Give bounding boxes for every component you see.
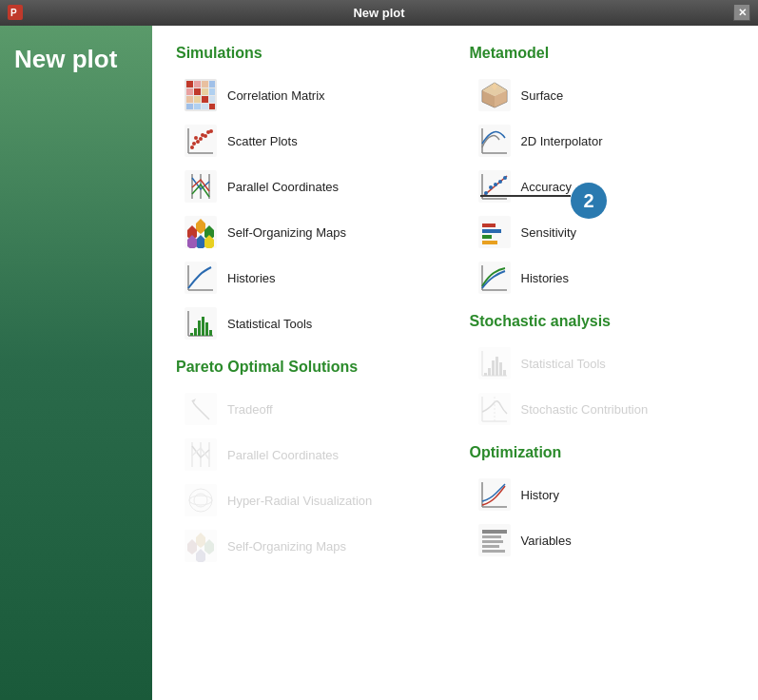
svg-rect-54 — [185, 393, 217, 425]
section-metamodel-title: Metamodel — [470, 45, 735, 62]
svg-rect-16 — [194, 104, 201, 109]
menu-item-parallel-coords[interactable]: Parallel Coordinates — [176, 165, 441, 208]
svg-rect-11 — [186, 96, 193, 103]
svg-rect-115 — [482, 550, 505, 553]
svg-rect-53 — [209, 330, 212, 336]
svg-point-82 — [489, 185, 493, 189]
som-pareto-label: Self-Organizing Maps — [227, 539, 346, 554]
svg-point-23 — [192, 142, 196, 146]
tradeoff-icon — [184, 392, 218, 426]
svg-point-26 — [199, 137, 203, 141]
history-opt-icon — [477, 477, 512, 512]
menu-item-histories-sim[interactable]: Histories — [176, 256, 441, 300]
close-button[interactable]: ✕ — [733, 4, 750, 21]
menu-item-statistical-tools-stoch: Statistical Tools — [470, 341, 735, 385]
svg-rect-89 — [482, 235, 492, 239]
right-column: Metamodel Surface — [470, 45, 735, 681]
svg-rect-98 — [488, 368, 491, 376]
svg-rect-13 — [202, 96, 208, 103]
svg-rect-100 — [496, 357, 498, 376]
svg-rect-50 — [198, 321, 201, 336]
statistical-tools-stoch-label: Statistical Tools — [521, 357, 606, 371]
svg-text:P: P — [10, 8, 17, 18]
som-pareto-icon — [184, 529, 218, 563]
menu-item-tradeoff: Tradeoff — [176, 387, 441, 431]
history-opt-label: History — [521, 488, 559, 502]
window-title: New plot — [353, 6, 404, 20]
histories-sim-label: Histories — [227, 271, 276, 285]
svg-rect-42 — [185, 262, 217, 294]
menu-item-self-organizing-maps[interactable]: Self-Organizing Maps — [176, 210, 441, 254]
svg-point-81 — [484, 191, 488, 195]
svg-rect-15 — [186, 104, 193, 109]
svg-point-25 — [194, 136, 198, 140]
correlation-matrix-label: Correlation Matrix — [227, 88, 325, 103]
content-wrapper: 2 Simulations — [152, 26, 758, 700]
menu-item-scatter-plots[interactable]: Scatter Plots — [176, 119, 441, 163]
svg-rect-12 — [194, 96, 201, 103]
menu-item-accuracy[interactable]: Accuracy — [470, 165, 735, 208]
svg-rect-91 — [478, 262, 511, 294]
parallel-coords-pareto-icon — [184, 438, 218, 472]
svg-point-24 — [196, 140, 200, 144]
scatter-plots-icon — [184, 124, 218, 158]
statistical-tools-stoch-icon — [477, 346, 512, 380]
svg-point-28 — [204, 134, 207, 138]
svg-rect-14 — [209, 96, 215, 103]
svg-rect-8 — [194, 88, 201, 95]
surface-icon — [477, 78, 512, 112]
svg-rect-102 — [503, 370, 506, 376]
svg-point-22 — [190, 146, 194, 149]
svg-rect-113 — [482, 540, 503, 543]
svg-rect-48 — [190, 333, 193, 336]
svg-rect-88 — [482, 229, 501, 233]
svg-rect-3 — [186, 81, 193, 88]
menu-item-hyper-radial: Hyper-Radial Visualization — [176, 478, 441, 522]
menu-item-som-pareto: Self-Organizing Maps — [176, 524, 441, 568]
menu-item-stochastic-contribution: Stochastic Contribution — [470, 387, 735, 431]
menu-item-variables[interactable]: Variables — [470, 518, 735, 562]
self-organizing-maps-icon — [184, 215, 218, 249]
parallel-coords-pareto-label: Parallel Coordinates — [227, 448, 339, 462]
svg-rect-87 — [482, 224, 496, 227]
sensitivity-icon — [477, 215, 512, 249]
stochastic-contribution-icon — [477, 392, 512, 426]
svg-point-83 — [494, 183, 497, 186]
titlebar: P New plot ✕ — [0, 0, 758, 26]
svg-rect-4 — [194, 81, 201, 88]
surface-label: Surface — [521, 88, 564, 103]
svg-rect-7 — [186, 88, 193, 95]
section-pareto-title: Pareto Optimal Solutions — [176, 359, 441, 376]
scatter-plots-label: Scatter Plots — [227, 134, 298, 148]
svg-rect-52 — [205, 322, 208, 336]
svg-point-84 — [498, 180, 502, 184]
histories-sim-icon — [184, 261, 218, 295]
svg-rect-112 — [482, 535, 501, 538]
svg-rect-97 — [484, 373, 487, 376]
hyper-radial-label: Hyper-Radial Visualization — [227, 494, 372, 508]
menu-item-surface[interactable]: Surface — [470, 73, 735, 117]
histories-meta-label: Histories — [521, 271, 570, 285]
svg-rect-111 — [482, 530, 507, 534]
statistical-tools-sim-icon — [184, 306, 218, 340]
menu-item-statistical-tools-sim[interactable]: Statistical Tools — [176, 301, 441, 345]
parallel-coords-label: Parallel Coordinates — [227, 180, 339, 194]
menu-item-parallel-coords-pareto: Parallel Coordinates — [176, 433, 441, 476]
svg-rect-17 — [202, 104, 208, 109]
main-content: New plot 2 Simulations — [0, 26, 758, 700]
variables-label: Variables — [521, 534, 572, 548]
svg-rect-51 — [202, 317, 204, 336]
accuracy-icon — [477, 169, 512, 204]
2d-interpolator-label: 2D Interpolator — [521, 134, 603, 148]
svg-rect-99 — [492, 360, 495, 376]
menu-item-2d-interpolator[interactable]: 2D Interpolator — [470, 119, 735, 163]
menu-item-histories-meta[interactable]: Histories — [470, 256, 735, 300]
menu-item-sensitivity[interactable]: Sensitivity — [470, 210, 735, 254]
sidebar-title: New plot — [14, 45, 117, 74]
svg-rect-5 — [202, 81, 208, 88]
section-optimization-title: Optimization — [470, 444, 735, 461]
menu-item-correlation-matrix[interactable]: Correlation Matrix — [176, 73, 441, 117]
svg-rect-101 — [499, 362, 502, 376]
menu-item-history-opt[interactable]: History — [470, 473, 735, 516]
svg-rect-10 — [209, 88, 215, 95]
